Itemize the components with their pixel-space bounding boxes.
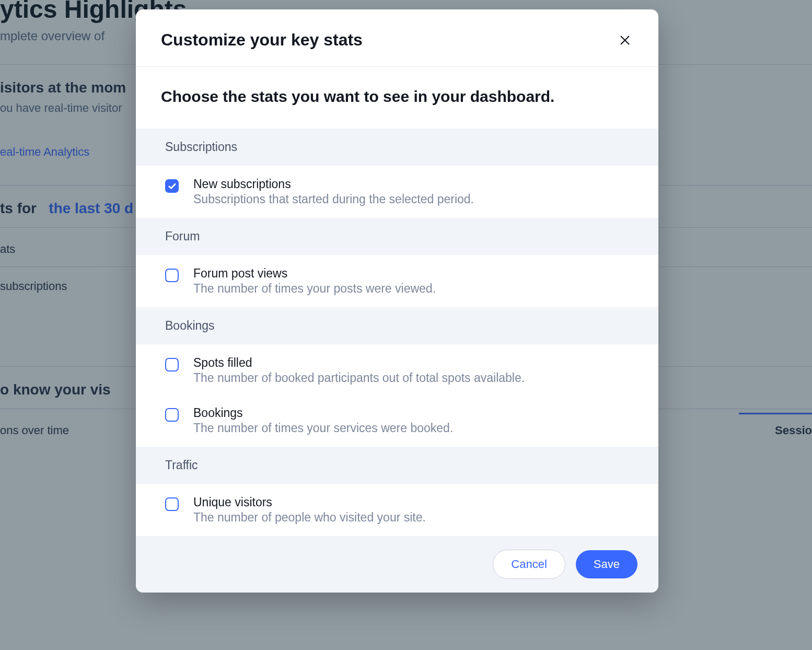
option-label: New subscriptions [193, 177, 474, 191]
option-label: Unique visitors [193, 495, 426, 509]
section-header-bookings: Bookings [136, 307, 658, 344]
checkbox-new-subscriptions[interactable] [165, 179, 179, 193]
option-desc: Subscriptions that started during the se… [193, 192, 474, 206]
save-button[interactable]: Save [576, 550, 637, 578]
check-icon [168, 182, 176, 190]
option-desc: The number of times your services were b… [193, 421, 453, 435]
cancel-button[interactable]: Cancel [493, 550, 565, 579]
checkbox-forum-post-views[interactable] [165, 269, 179, 282]
option-desc: The number of people who visited your si… [193, 510, 426, 525]
section-header-traffic: Traffic [136, 447, 658, 484]
modal-header: Customize your key stats [136, 9, 658, 67]
option-bookings[interactable]: Bookings The number of times your servic… [136, 397, 658, 447]
option-label: Bookings [193, 406, 453, 420]
option-spots-filled[interactable]: Spots filled The number of booked partic… [136, 344, 658, 397]
section-header-subscriptions: Subscriptions [136, 129, 658, 166]
option-unique-visitors[interactable]: Unique visitors The number of people who… [136, 484, 658, 536]
close-button[interactable] [617, 32, 633, 49]
modal-subtitle: Choose the stats you want to see in your… [136, 67, 658, 129]
section-header-forum: Forum [136, 218, 658, 255]
modal-title: Customize your key stats [161, 30, 363, 50]
close-icon [619, 34, 631, 47]
option-label: Forum post views [193, 266, 436, 281]
customize-stats-modal: Customize your key stats Choose the stat… [136, 9, 658, 593]
checkbox-spots-filled[interactable] [165, 358, 179, 372]
option-forum-post-views[interactable]: Forum post views The number of times you… [136, 255, 658, 307]
option-new-subscriptions[interactable]: New subscriptions Subscriptions that sta… [136, 166, 658, 218]
option-label: Spots filled [193, 356, 525, 370]
checkbox-unique-visitors[interactable] [165, 497, 179, 511]
modal-footer: Cancel Save [136, 536, 658, 593]
checkbox-bookings[interactable] [165, 408, 179, 422]
option-desc: The number of times your posts were view… [193, 282, 436, 296]
option-desc: The number of booked participants out of… [193, 371, 525, 385]
